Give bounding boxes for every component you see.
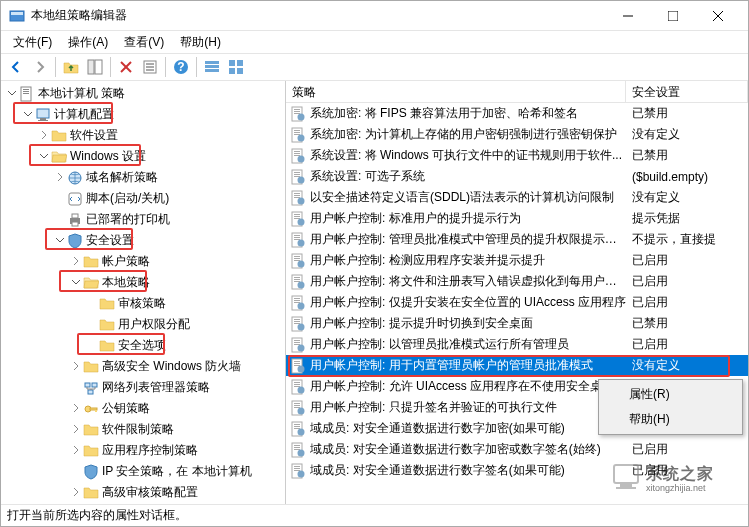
expander-icon[interactable] [37, 151, 51, 163]
tree-label: 帐户策略 [102, 253, 150, 270]
expander-icon[interactable] [21, 109, 35, 121]
svg-rect-67 [294, 197, 300, 198]
expander-icon[interactable] [69, 256, 83, 268]
svg-rect-90 [294, 298, 300, 299]
column-security[interactable]: 安全设置 [626, 81, 748, 102]
policy-value: 提示凭据 [626, 210, 748, 227]
svg-text:?: ? [177, 60, 184, 74]
list-row[interactable]: 用户帐户控制: 用于内置管理员帐户的管理员批准模式没有定义 [286, 355, 748, 376]
list-row[interactable]: 用户帐户控制: 仅提升安装在安全位置的 UIAccess 应用程序已启用 [286, 292, 748, 313]
help-button[interactable]: ? [170, 56, 192, 78]
column-policy[interactable]: 策略 [286, 81, 626, 102]
tree-software-restriction[interactable]: 软件限制策略 [1, 419, 285, 440]
svg-rect-22 [237, 68, 243, 74]
tree-windows-settings[interactable]: Windows 设置 [1, 146, 285, 167]
svg-rect-16 [205, 61, 219, 64]
tree-label: 软件限制策略 [102, 421, 174, 438]
menu-help[interactable]: 帮助(H) [172, 32, 229, 53]
minimize-button[interactable] [605, 2, 650, 30]
forward-button[interactable] [29, 56, 51, 78]
svg-rect-112 [294, 386, 300, 387]
tree-advanced-firewall[interactable]: 高级安全 Windows 防火墙 [1, 356, 285, 377]
tree-ip-security[interactable]: IP 安全策略，在 本地计算机 [1, 461, 285, 482]
svg-rect-127 [294, 449, 300, 450]
tree-user-rights[interactable]: 用户权限分配 [1, 314, 285, 335]
list-row[interactable]: 域成员: 对安全通道数据进行数字加密或数字签名(始终)已启用 [286, 439, 748, 460]
list-row[interactable]: 用户帐户控制: 提示提升时切换到安全桌面已禁用 [286, 313, 748, 334]
tree-qos[interactable]: 基于策略的 QoS [1, 503, 285, 504]
tree-local-policies[interactable]: 本地策略 [1, 272, 285, 293]
menubar: 文件(F) 操作(A) 查看(V) 帮助(H) [1, 31, 748, 53]
up-button[interactable] [60, 56, 82, 78]
separator [196, 57, 197, 77]
expander-icon[interactable] [69, 424, 83, 436]
expander-icon[interactable] [69, 487, 83, 499]
tree-pane[interactable]: 本地计算机 策略计算机配置软件设置Windows 设置域名解析策略脚本(启动/关… [1, 81, 286, 504]
close-button[interactable] [695, 2, 740, 30]
list-row[interactable]: 用户帐户控制: 以管理员批准模式运行所有管理员已启用 [286, 334, 748, 355]
tree-scripts[interactable]: 脚本(启动/关机) [1, 188, 285, 209]
tree-advanced-audit[interactable]: 高级审核策略配置 [1, 482, 285, 503]
menu-action[interactable]: 操作(A) [60, 32, 116, 53]
svg-rect-72 [294, 218, 300, 219]
back-button[interactable] [5, 56, 27, 78]
tree-dns-policy[interactable]: 域名解析策略 [1, 167, 285, 188]
list-row[interactable]: 域成员: 对安全通道数据进行数字签名(如果可能)已启用 [286, 460, 748, 481]
expander-icon[interactable] [5, 88, 19, 100]
list-row[interactable]: 用户帐户控制: 管理员批准模式中管理员的提升权限提示的...不提示，直接提 [286, 229, 748, 250]
list-row[interactable]: 系统加密: 为计算机上存储的用户密钥强制进行强密钥保护没有定义 [286, 124, 748, 145]
list-row[interactable]: 以安全描述符定义语言(SDDL)语法表示的计算机访问限制没有定义 [286, 187, 748, 208]
maximize-button[interactable] [650, 2, 695, 30]
list-row[interactable]: 用户帐户控制: 检测应用程序安装并提示提升已启用 [286, 250, 748, 271]
policy-name: 域成员: 对安全通道数据进行数字加密或数字签名(始终) [310, 441, 626, 458]
policy-name: 用户帐户控制: 提示提升时切换到安全桌面 [310, 315, 626, 332]
list-pane[interactable]: 策略 安全设置 系统加密: 将 FIPS 兼容算法用于加密、哈希和签名已禁用系统… [286, 81, 748, 504]
list-row[interactable]: 用户帐户控制: 标准用户的提升提示行为提示凭据 [286, 208, 748, 229]
properties-button[interactable] [139, 56, 161, 78]
tree-root[interactable]: 本地计算机 策略 [1, 83, 285, 104]
tree-public-key[interactable]: 公钥策略 [1, 398, 285, 419]
show-hide-button[interactable] [84, 56, 106, 78]
policy-name: 系统加密: 将 FIPS 兼容算法用于加密、哈希和签名 [310, 105, 626, 122]
tree-security-options[interactable]: 安全选项 [1, 335, 285, 356]
view-button-1[interactable] [201, 56, 223, 78]
svg-rect-117 [294, 407, 300, 408]
context-help[interactable]: 帮助(H) [601, 407, 740, 432]
svg-rect-125 [294, 445, 300, 446]
policy-value: 已启用 [626, 441, 748, 458]
svg-point-98 [298, 323, 305, 330]
svg-rect-35 [85, 383, 90, 387]
context-properties[interactable]: 属性(R) [601, 382, 740, 407]
tree-app-control[interactable]: 应用程序控制策略 [1, 440, 285, 461]
menu-view[interactable]: 查看(V) [116, 32, 172, 53]
expander-icon[interactable] [69, 445, 83, 457]
expander-icon[interactable] [69, 361, 83, 373]
svg-rect-25 [23, 91, 29, 92]
list-row[interactable]: 系统加密: 将 FIPS 兼容算法用于加密、哈希和签名已禁用 [286, 103, 748, 124]
svg-rect-101 [294, 342, 300, 343]
expander-icon[interactable] [53, 172, 67, 184]
list-row[interactable]: 系统设置: 将 Windows 可执行文件中的证书规则用于软件...已禁用 [286, 145, 748, 166]
tree-audit-policy[interactable]: 审核策略 [1, 293, 285, 314]
delete-button[interactable] [115, 56, 137, 78]
view-button-2[interactable] [225, 56, 247, 78]
svg-rect-86 [294, 279, 300, 280]
expander-icon[interactable] [69, 277, 83, 289]
tree-printers[interactable]: 已部署的打印机 [1, 209, 285, 230]
policy-name: 用户帐户控制: 以管理员批准模式运行所有管理员 [310, 336, 626, 353]
tree-network-list[interactable]: 网络列表管理器策略 [1, 377, 285, 398]
list-row[interactable]: 系统设置: 可选子系统($build.empty) [286, 166, 748, 187]
expander-icon[interactable] [37, 130, 51, 142]
tree-account-policies[interactable]: 帐户策略 [1, 251, 285, 272]
menu-file[interactable]: 文件(F) [5, 32, 60, 53]
expander-icon[interactable] [69, 403, 83, 415]
context-menu: 属性(R) 帮助(H) [598, 379, 743, 435]
tree-security-settings[interactable]: 安全设置 [1, 230, 285, 251]
tree-computer-config[interactable]: 计算机配置 [1, 104, 285, 125]
svg-point-118 [298, 407, 305, 414]
expander-icon[interactable] [53, 235, 67, 247]
tree-software-settings[interactable]: 软件设置 [1, 125, 285, 146]
policy-name: 用户帐户控制: 管理员批准模式中管理员的提升权限提示的... [310, 231, 626, 248]
list-row[interactable]: 用户帐户控制: 将文件和注册表写入错误虚拟化到每用户位置已启用 [286, 271, 748, 292]
svg-rect-56 [294, 153, 300, 154]
